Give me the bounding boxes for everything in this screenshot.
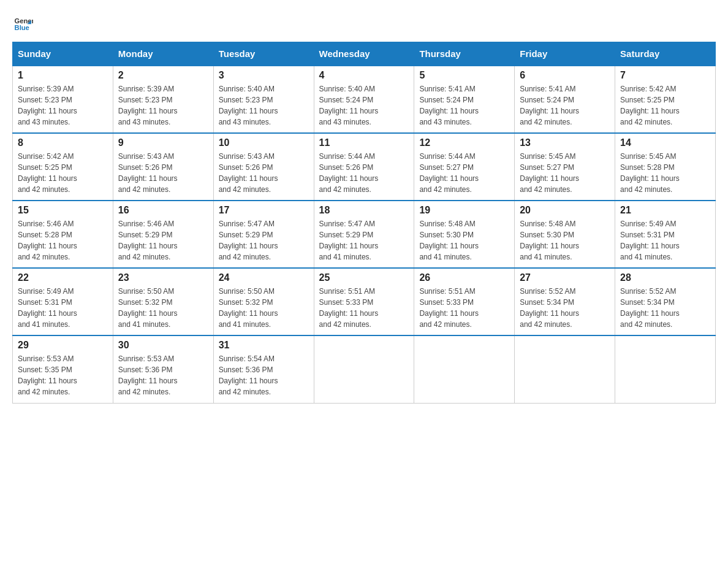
calendar-cell: 15 Sunrise: 5:46 AMSunset: 5:28 PMDaylig… [13, 201, 113, 268]
week-row-1: 1 Sunrise: 5:39 AMSunset: 5:23 PMDayligh… [13, 66, 716, 133]
calendar-cell: 25 Sunrise: 5:51 AMSunset: 5:33 PMDaylig… [314, 268, 414, 335]
day-info: Sunrise: 5:52 AMSunset: 5:34 PMDaylight:… [620, 287, 680, 329]
calendar-cell: 13 Sunrise: 5:45 AMSunset: 5:27 PMDaylig… [515, 133, 615, 201]
weekday-header-thursday: Thursday [414, 42, 515, 66]
calendar-cell: 22 Sunrise: 5:49 AMSunset: 5:31 PMDaylig… [13, 268, 113, 335]
calendar-cell: 1 Sunrise: 5:39 AMSunset: 5:23 PMDayligh… [13, 66, 113, 133]
day-number: 6 [520, 70, 610, 81]
week-row-5: 29 Sunrise: 5:53 AMSunset: 5:35 PMDaylig… [13, 335, 716, 403]
calendar-cell: 17 Sunrise: 5:47 AMSunset: 5:29 PMDaylig… [213, 201, 314, 268]
calendar-cell: 5 Sunrise: 5:41 AMSunset: 5:24 PMDayligh… [414, 66, 515, 133]
calendar-cell: 11 Sunrise: 5:44 AMSunset: 5:26 PMDaylig… [314, 133, 414, 201]
calendar-cell [515, 335, 615, 403]
day-info: Sunrise: 5:42 AMSunset: 5:25 PMDaylight:… [18, 152, 77, 194]
calendar-cell: 3 Sunrise: 5:40 AMSunset: 5:23 PMDayligh… [213, 66, 314, 133]
day-info: Sunrise: 5:52 AMSunset: 5:34 PMDaylight:… [520, 287, 579, 329]
calendar-cell: 19 Sunrise: 5:48 AMSunset: 5:30 PMDaylig… [414, 201, 515, 268]
day-number: 9 [118, 137, 208, 148]
day-number: 11 [319, 137, 409, 148]
calendar-cell: 2 Sunrise: 5:39 AMSunset: 5:23 PMDayligh… [113, 66, 213, 133]
calendar-cell: 10 Sunrise: 5:43 AMSunset: 5:26 PMDaylig… [213, 133, 314, 201]
day-info: Sunrise: 5:48 AMSunset: 5:30 PMDaylight:… [520, 220, 579, 261]
day-info: Sunrise: 5:42 AMSunset: 5:25 PMDaylight:… [620, 85, 680, 126]
day-info: Sunrise: 5:51 AMSunset: 5:33 PMDaylight:… [419, 287, 479, 329]
day-number: 27 [520, 272, 610, 283]
calendar-cell: 7 Sunrise: 5:42 AMSunset: 5:25 PMDayligh… [615, 66, 716, 133]
calendar-cell: 8 Sunrise: 5:42 AMSunset: 5:25 PMDayligh… [13, 133, 113, 201]
calendar-cell: 21 Sunrise: 5:49 AMSunset: 5:31 PMDaylig… [615, 201, 716, 268]
calendar-cell: 9 Sunrise: 5:43 AMSunset: 5:26 PMDayligh… [113, 133, 213, 201]
calendar-cell: 29 Sunrise: 5:53 AMSunset: 5:35 PMDaylig… [13, 335, 113, 403]
calendar-cell: 14 Sunrise: 5:45 AMSunset: 5:28 PMDaylig… [615, 133, 716, 201]
day-number: 22 [18, 272, 108, 283]
weekday-header-saturday: Saturday [615, 42, 716, 66]
day-info: Sunrise: 5:45 AMSunset: 5:28 PMDaylight:… [620, 152, 680, 194]
week-row-2: 8 Sunrise: 5:42 AMSunset: 5:25 PMDayligh… [13, 133, 716, 201]
day-number: 23 [118, 272, 208, 283]
day-number: 12 [419, 137, 509, 148]
day-number: 5 [419, 70, 509, 81]
day-info: Sunrise: 5:44 AMSunset: 5:27 PMDaylight:… [419, 152, 479, 194]
day-number: 13 [520, 137, 610, 148]
day-number: 29 [18, 340, 108, 351]
day-info: Sunrise: 5:45 AMSunset: 5:27 PMDaylight:… [520, 152, 579, 194]
calendar-cell: 26 Sunrise: 5:51 AMSunset: 5:33 PMDaylig… [414, 268, 515, 335]
day-number: 18 [319, 205, 409, 216]
day-info: Sunrise: 5:50 AMSunset: 5:32 PMDaylight:… [219, 287, 278, 329]
day-number: 8 [18, 137, 108, 148]
day-number: 3 [219, 70, 309, 81]
day-info: Sunrise: 5:39 AMSunset: 5:23 PMDaylight:… [18, 85, 77, 126]
day-info: Sunrise: 5:40 AMSunset: 5:23 PMDaylight:… [219, 85, 278, 126]
day-info: Sunrise: 5:48 AMSunset: 5:30 PMDaylight:… [419, 220, 479, 261]
day-info: Sunrise: 5:47 AMSunset: 5:29 PMDaylight:… [319, 220, 379, 261]
week-row-3: 15 Sunrise: 5:46 AMSunset: 5:28 PMDaylig… [13, 201, 716, 268]
day-number: 20 [520, 205, 610, 216]
weekday-header-wednesday: Wednesday [314, 42, 414, 66]
day-info: Sunrise: 5:49 AMSunset: 5:31 PMDaylight:… [620, 220, 680, 261]
day-number: 4 [319, 70, 409, 81]
day-number: 31 [219, 340, 309, 351]
day-info: Sunrise: 5:51 AMSunset: 5:33 PMDaylight:… [319, 287, 379, 329]
day-number: 2 [118, 70, 208, 81]
weekday-header-sunday: Sunday [13, 42, 113, 66]
day-number: 19 [419, 205, 509, 216]
calendar-body: 1 Sunrise: 5:39 AMSunset: 5:23 PMDayligh… [13, 66, 716, 403]
day-number: 17 [219, 205, 309, 216]
day-number: 28 [620, 272, 710, 283]
day-info: Sunrise: 5:47 AMSunset: 5:29 PMDaylight:… [219, 220, 278, 261]
day-info: Sunrise: 5:54 AMSunset: 5:36 PMDaylight:… [219, 354, 278, 396]
day-info: Sunrise: 5:46 AMSunset: 5:28 PMDaylight:… [18, 220, 77, 261]
weekday-header-row: SundayMondayTuesdayWednesdayThursdayFrid… [13, 42, 716, 66]
calendar-cell: 30 Sunrise: 5:53 AMSunset: 5:36 PMDaylig… [113, 335, 213, 403]
day-info: Sunrise: 5:43 AMSunset: 5:26 PMDaylight:… [219, 152, 278, 194]
day-number: 21 [620, 205, 710, 216]
day-info: Sunrise: 5:41 AMSunset: 5:24 PMDaylight:… [520, 85, 579, 126]
svg-text:Blue: Blue [15, 24, 29, 31]
day-number: 24 [219, 272, 309, 283]
calendar-cell: 20 Sunrise: 5:48 AMSunset: 5:30 PMDaylig… [515, 201, 615, 268]
day-info: Sunrise: 5:49 AMSunset: 5:31 PMDaylight:… [18, 287, 77, 329]
calendar-cell: 23 Sunrise: 5:50 AMSunset: 5:32 PMDaylig… [113, 268, 213, 335]
day-number: 15 [18, 205, 108, 216]
day-number: 30 [118, 340, 208, 351]
day-info: Sunrise: 5:53 AMSunset: 5:35 PMDaylight:… [18, 354, 77, 396]
day-info: Sunrise: 5:53 AMSunset: 5:36 PMDaylight:… [118, 354, 178, 396]
calendar-cell [314, 335, 414, 403]
day-number: 25 [319, 272, 409, 283]
calendar-cell: 18 Sunrise: 5:47 AMSunset: 5:29 PMDaylig… [314, 201, 414, 268]
day-info: Sunrise: 5:40 AMSunset: 5:24 PMDaylight:… [319, 85, 379, 126]
day-number: 10 [219, 137, 309, 148]
day-info: Sunrise: 5:41 AMSunset: 5:24 PMDaylight:… [419, 85, 479, 126]
calendar-cell [615, 335, 716, 403]
day-number: 26 [419, 272, 509, 283]
day-info: Sunrise: 5:39 AMSunset: 5:23 PMDaylight:… [118, 85, 178, 126]
calendar-cell [414, 335, 515, 403]
calendar-cell: 31 Sunrise: 5:54 AMSunset: 5:36 PMDaylig… [213, 335, 314, 403]
calendar-cell: 4 Sunrise: 5:40 AMSunset: 5:24 PMDayligh… [314, 66, 414, 133]
day-number: 1 [18, 70, 108, 81]
day-info: Sunrise: 5:44 AMSunset: 5:26 PMDaylight:… [319, 152, 379, 194]
day-number: 14 [620, 137, 710, 148]
weekday-header-monday: Monday [113, 42, 213, 66]
calendar-cell: 12 Sunrise: 5:44 AMSunset: 5:27 PMDaylig… [414, 133, 515, 201]
calendar-cell: 24 Sunrise: 5:50 AMSunset: 5:32 PMDaylig… [213, 268, 314, 335]
